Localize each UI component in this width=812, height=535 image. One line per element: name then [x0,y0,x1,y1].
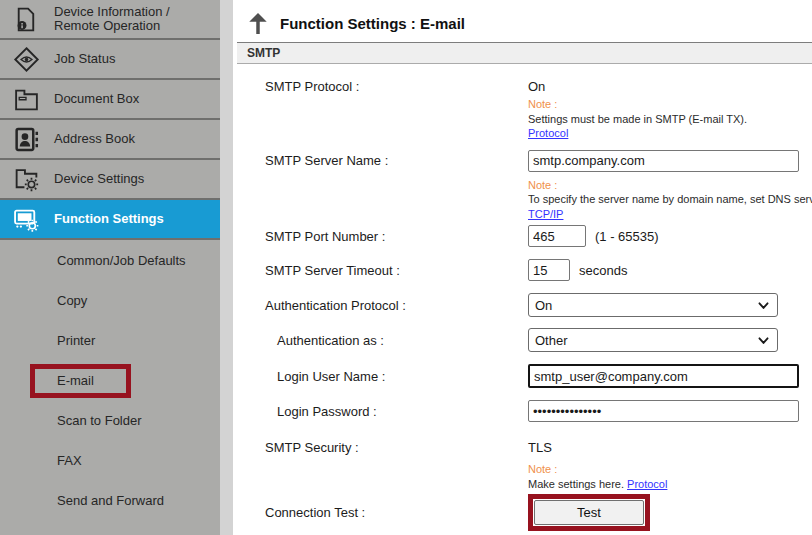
sidebar-item-label: Device Information / Remote Operation [54,5,214,33]
note-label: Note : [528,97,812,112]
device-settings-icon [11,164,41,194]
sidebar: Device Information / Remote Operation Jo… [0,0,220,535]
sidebar-item-function-settings[interactable]: Function Settings [0,200,220,240]
sidebar-subitem-scan-to-folder[interactable]: Scan to Folder [0,400,220,440]
smtp-security-note: Note : Make settings here. Protocol [528,462,812,491]
function-settings-icon [11,204,41,234]
section-header-smtp: SMTP [237,42,812,64]
note-text: Settings must be made in SMTP (E-mail TX… [528,112,812,127]
sidebar-item-job-status[interactable]: Job Status [0,40,220,80]
sidebar-item-label: Job Status [54,52,214,66]
sidebar-gutter [220,0,233,535]
sidebar-subitem-printer[interactable]: Printer [0,320,220,360]
smtp-timeout-input[interactable] [528,259,570,281]
protocol-link[interactable]: Protocol [528,126,568,141]
note-text: To specify the server name by domain nam… [528,193,812,205]
device-information-icon [11,4,41,34]
smtp-timeout-label: SMTP Server Timeout : [233,263,528,278]
auth-as-select[interactable]: Other [528,328,778,352]
smtp-server-name-note: Note : To specify the server name by dom… [528,178,812,222]
document-box-icon [11,84,41,114]
job-status-icon [11,44,41,74]
sidebar-subitem-fax[interactable]: FAX [0,440,220,480]
protocol-link[interactable]: Protocol [627,478,667,490]
connection-test-label: Connection Test : [233,505,528,520]
smtp-port-label: SMTP Port Number : [233,229,528,244]
tcpip-link[interactable]: TCP/IP [528,208,563,220]
auth-as-label: Authentication as : [233,333,528,348]
note-text: Make settings here. [528,478,624,490]
note-label: Note : [528,178,812,193]
note-label: Note : [528,462,812,477]
chevron-down-icon [757,334,770,347]
sidebar-item-label: Function Settings [54,212,214,226]
smtp-server-name-input[interactable] [528,150,799,172]
annotation-box-test: Test [528,494,650,531]
sidebar-item-address-book[interactable]: Address Book [0,120,220,160]
function-settings-submenu: Common/Job Defaults Copy Printer E-mail … [0,240,220,520]
auth-as-value: Other [535,333,568,348]
sidebar-item-device-settings[interactable]: Device Settings [0,160,220,200]
smtp-security-label: SMTP Security : [233,440,528,455]
sidebar-subitem-common-job-defaults[interactable]: Common/Job Defaults [0,240,220,280]
smtp-timeout-hint: seconds [579,263,627,278]
page-header: Function Settings : E-mail [247,10,812,36]
login-password-label: Login Password : [233,404,528,419]
address-book-icon [11,124,41,154]
chevron-down-icon [757,299,770,312]
sidebar-subitem-copy[interactable]: Copy [0,280,220,320]
section-title: SMTP [247,46,280,60]
sidebar-item-label: Device Settings [54,172,214,186]
login-user-label: Login User Name : [233,369,528,384]
auth-protocol-value: On [535,298,552,313]
smtp-protocol-note: Note : Settings must be made in SMTP (E-… [528,97,812,141]
smtp-port-hint: (1 - 65535) [595,229,659,244]
login-password-input[interactable] [528,400,799,422]
login-user-input[interactable] [528,364,799,388]
smtp-protocol-label: SMTP Protocol : [233,79,528,94]
smtp-port-input[interactable] [528,225,586,247]
auth-protocol-select[interactable]: On [528,293,778,317]
sidebar-item-label: Address Book [54,132,214,146]
smtp-security-value: TLS [528,440,552,455]
sidebar-item-device-information[interactable]: Device Information / Remote Operation [0,0,220,40]
main-content: Function Settings : E-mail SMTP SMTP Pro… [233,0,812,535]
auth-protocol-label: Authentication Protocol : [233,298,528,313]
sidebar-subitem-send-and-forward[interactable]: Send and Forward [0,480,220,520]
page-title: Function Settings : E-mail [280,15,465,32]
up-arrow-icon[interactable] [247,11,269,35]
smtp-protocol-value: On [528,79,545,94]
smtp-server-name-label: SMTP Server Name : [233,153,528,168]
sidebar-item-document-box[interactable]: Document Box [0,80,220,120]
sidebar-subitem-email[interactable]: E-mail [0,360,220,400]
sidebar-item-label: Document Box [54,92,214,106]
test-button[interactable]: Test [534,500,644,525]
app-window: Device Information / Remote Operation Jo… [0,0,812,535]
